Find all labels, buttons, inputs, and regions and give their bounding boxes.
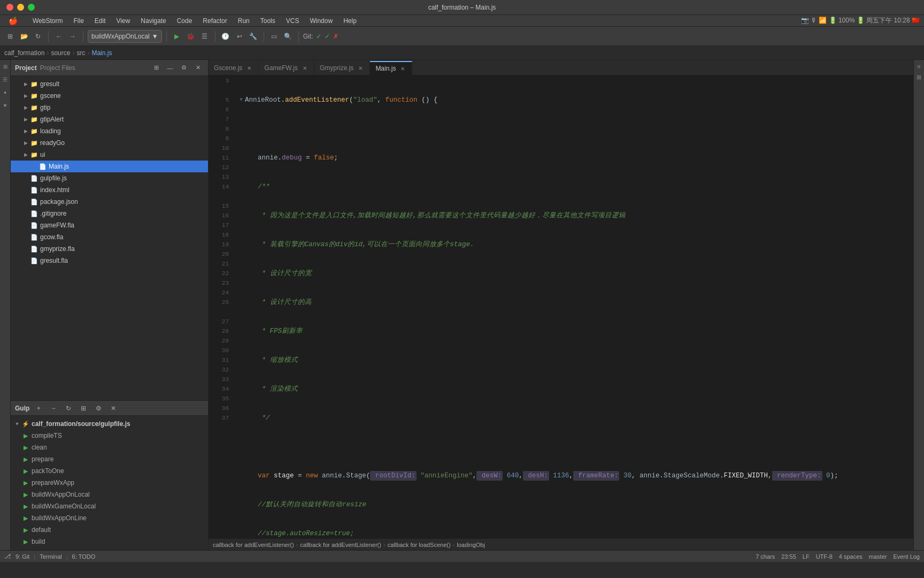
status-git-label[interactable]: ⎇ — [4, 553, 11, 560]
status-position[interactable]: 23:55 — [781, 553, 796, 560]
toolbar-terminal-btn[interactable]: ▭ — [268, 31, 280, 42]
status-lf[interactable]: LF — [803, 553, 810, 560]
status-encoding[interactable]: UTF-8 — [816, 553, 833, 560]
gulp-task-prepare[interactable]: ▶ prepare — [11, 453, 208, 465]
toolbar-undo-btn[interactable]: ↩ — [234, 31, 245, 42]
gulp-task-packtoone[interactable]: ▶ packToOne — [11, 465, 208, 477]
breadcrumb-source[interactable]: source — [51, 49, 70, 57]
tree-item-gscene[interactable]: ▶ 📁 gscene — [11, 90, 208, 102]
tree-item-gulpfile[interactable]: 📄 gulpfile.js — [11, 172, 208, 184]
sidebar-close-btn[interactable]: ✕ — [192, 62, 204, 74]
status-event-log[interactable]: Event Log — [893, 553, 920, 560]
run-btn[interactable]: ▶ — [171, 31, 183, 42]
apple-menu[interactable]: 🍎 — [4, 16, 22, 26]
menu-edit[interactable]: Edit — [90, 16, 110, 26]
gulp-remove-btn[interactable]: − — [48, 402, 59, 414]
debug-btn[interactable]: 🐞 — [185, 31, 197, 42]
menu-help[interactable]: Help — [339, 16, 361, 26]
menu-file[interactable]: File — [69, 16, 88, 26]
menu-run[interactable]: Run — [234, 16, 254, 26]
sidebar-gear-btn[interactable]: ⚙ — [178, 62, 190, 74]
toolbar-open-btn[interactable]: 📂 — [18, 31, 30, 42]
tab-mainjs[interactable]: Main.js ✕ — [370, 61, 412, 75]
menu-window[interactable]: Window — [305, 16, 337, 26]
code-content[interactable]: ▼ AnnieRoot.addEventListener("load", fun… — [233, 76, 913, 538]
tree-item-gresult-fla[interactable]: 📄 gresult.fla — [11, 255, 208, 267]
tab-close-gamefw[interactable]: ✕ — [301, 64, 309, 72]
tree-item-gitignore[interactable]: 📄 .gitignore — [11, 208, 208, 219]
tab-gamefw[interactable]: GameFW.js ✕ — [259, 61, 314, 75]
left-icon-4[interactable]: ★ — [1, 101, 10, 109]
tab-close-gmyprize[interactable]: ✕ — [357, 64, 364, 72]
gulp-gear-btn[interactable]: ⚙ — [93, 402, 104, 414]
gulp-expand-btn[interactable]: ⊞ — [78, 402, 89, 414]
breadcrumb-src[interactable]: src — [76, 49, 85, 57]
tree-item-gtip[interactable]: ▶ 📁 gtip — [11, 102, 208, 113]
gulp-task-buildwxapponline[interactable]: ▶ buildWxAppOnLine — [11, 512, 208, 524]
gulp-close-btn[interactable]: ✕ — [107, 402, 119, 414]
editor-breadcrumb-item-2[interactable]: callback for addEventListener() — [300, 542, 381, 548]
gulp-task-preparewxapp[interactable]: ▶ prepareWxApp — [11, 477, 208, 489]
tree-item-packagejson[interactable]: 📄 package.json — [11, 196, 208, 208]
left-icon-3[interactable]: ♦ — [1, 88, 10, 96]
status-todo-label[interactable]: 6: TODO — [72, 553, 96, 560]
toolbar-settings-btn[interactable]: 🔧 — [248, 31, 259, 42]
menu-tools[interactable]: Tools — [256, 16, 280, 26]
status-terminal-label[interactable]: Terminal — [40, 553, 62, 560]
status-indent[interactable]: 4 spaces — [839, 553, 863, 560]
tree-item-mainjs[interactable]: 📄 Main.js — [11, 161, 208, 172]
tree-item-gamefw[interactable]: 📄 gameFW.fla — [11, 219, 208, 231]
close-button[interactable] — [6, 4, 13, 11]
project-dropdown[interactable]: buildWxAppOnLocal ▼ — [88, 30, 162, 43]
tab-gscene[interactable]: Gscene.js ✕ — [209, 61, 259, 75]
sidebar-tab-files[interactable]: Project Files — [40, 64, 75, 72]
maximize-button[interactable] — [28, 4, 35, 11]
gulp-task-compilets[interactable]: ▶ compileTS — [11, 430, 208, 442]
gulp-task-clean[interactable]: ▶ clean — [11, 442, 208, 453]
gulp-refresh-btn[interactable]: ↻ — [63, 402, 74, 414]
left-icon-2[interactable]: ☰ — [1, 75, 10, 83]
tree-item-gresult[interactable]: ▶ 📁 gresult — [11, 78, 208, 90]
menu-navigate[interactable]: Navigate — [136, 16, 170, 26]
gulp-task-default[interactable]: ▶ default — [11, 524, 208, 536]
menu-code[interactable]: Code — [173, 16, 197, 26]
minimize-button[interactable] — [17, 4, 24, 11]
gulp-root-item[interactable]: ▼ ⚡ calf_formation/source/gulpfile.js — [11, 418, 208, 430]
tree-item-ui[interactable]: ▶ 📁 ui — [11, 149, 208, 161]
tree-item-gcow[interactable]: 📄 gcow.fla — [11, 231, 208, 243]
menu-vcs[interactable]: VCS — [282, 16, 304, 26]
tree-item-loading[interactable]: ▶ 📁 loading — [11, 125, 208, 137]
right-icon-2[interactable]: ⊞ — [915, 73, 923, 81]
sidebar-expand-btn[interactable]: ⊞ — [150, 62, 162, 74]
editor-breadcrumb-item-1[interactable]: callback for addEventListener() — [213, 542, 294, 548]
gulp-task-build[interactable]: ▶ build — [11, 536, 208, 547]
toolbar-home-btn[interactable]: ⊞ — [4, 31, 16, 42]
toolbar-history-btn[interactable]: 🕐 — [220, 31, 232, 42]
tree-item-gtipalert[interactable]: ▶ 📁 gtipAlert — [11, 113, 208, 125]
menu-webstorm[interactable]: WebStorm — [28, 16, 67, 26]
toolbar-forward-btn[interactable]: → — [67, 31, 79, 42]
sidebar-tab-project[interactable]: Project — [15, 64, 37, 72]
gulp-add-btn[interactable]: + — [33, 402, 44, 414]
left-icon-1[interactable]: ⊞ — [1, 62, 10, 71]
toolbar-back-btn[interactable]: ← — [53, 31, 65, 42]
gulp-task-buildwxapplocal[interactable]: ▶ buildWxAppOnLocal — [11, 489, 208, 500]
toolbar-search-btn[interactable]: 🔍 — [282, 31, 294, 42]
menu-view[interactable]: View — [112, 16, 135, 26]
gulp-task-released[interactable]: ▶ released — [11, 547, 208, 550]
tab-gmyprize[interactable]: Gmyprize.js ✕ — [314, 61, 370, 75]
sidebar-collapse-btn[interactable]: — — [164, 62, 176, 74]
coverage-btn[interactable]: ☰ — [199, 31, 211, 42]
editor-breadcrumb-item-4[interactable]: loadingObj — [457, 542, 485, 548]
right-icon-1[interactable]: ≡ — [915, 62, 923, 71]
tab-close-gscene[interactable]: ✕ — [245, 64, 253, 72]
toolbar-refresh-btn[interactable]: ↻ — [32, 31, 44, 42]
tree-item-readygo[interactable]: ▶ 📁 readyGo — [11, 137, 208, 149]
editor-breadcrumb-item-3[interactable]: callback for loadScene() — [388, 542, 451, 548]
gulp-task-buildwxgamelocal[interactable]: ▶ buildWxGameOnLocal — [11, 500, 208, 512]
tree-item-indexhtml[interactable]: 📄 index.html — [11, 184, 208, 196]
breadcrumb-project[interactable]: calf_formation — [4, 49, 44, 57]
status-branch[interactable]: master — [869, 553, 887, 560]
tree-item-gmyprize[interactable]: 📄 gmyprize.fla — [11, 243, 208, 255]
menu-refactor[interactable]: Refactor — [198, 16, 231, 26]
